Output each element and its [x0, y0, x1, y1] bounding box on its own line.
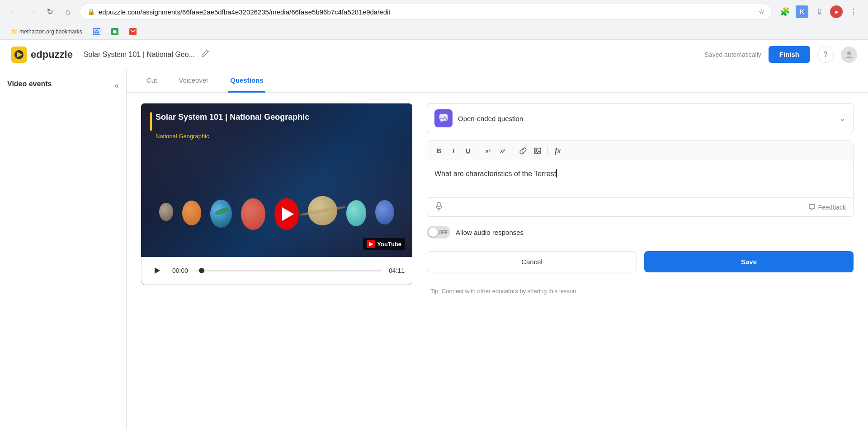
play-button[interactable]	[274, 198, 299, 230]
planet-earth	[210, 200, 232, 228]
logo-text: edpuzzle	[31, 49, 73, 61]
tab-questions[interactable]: Questions	[228, 69, 265, 93]
bookmark-icon-gmail	[129, 28, 137, 35]
bookmark-gmail[interactable]	[126, 27, 140, 36]
help-button[interactable]: ?	[817, 47, 834, 63]
time-current: 00:00	[172, 267, 188, 274]
bookmark-folder-icon: 📁	[11, 28, 18, 35]
text-cursor	[556, 169, 557, 178]
superscript-button[interactable]: x2	[482, 145, 495, 157]
feedback-button[interactable]: Feedback	[808, 204, 846, 211]
home-button[interactable]: ⌂	[61, 5, 74, 18]
cancel-button[interactable]: Cancel	[427, 251, 637, 272]
image-button[interactable]	[531, 145, 544, 157]
editor-footer: Feedback	[427, 197, 853, 216]
profile-icon-2[interactable]: ●	[830, 5, 843, 18]
action-buttons: Cancel Save	[427, 251, 854, 272]
downloads-button[interactable]: ⇓	[812, 5, 826, 19]
channel-text: National Geographic	[156, 133, 309, 140]
question-editor: Open-ended question ⌄ B I U x2 x2	[427, 103, 854, 420]
bookmark-email-1[interactable]	[90, 27, 104, 36]
svg-point-6	[847, 51, 851, 55]
toolbar-divider-1	[478, 146, 478, 155]
user-avatar[interactable]	[841, 47, 857, 63]
url-text: edpuzzle.com/assignments/66faae2ae5dfba4…	[99, 8, 755, 16]
microphone-button[interactable]	[434, 201, 443, 213]
planet-blue	[375, 200, 394, 224]
logo-area: edpuzzle	[11, 47, 73, 63]
video-play-button[interactable]	[149, 262, 165, 279]
svg-point-12	[536, 150, 537, 151]
collapse-sidebar-button[interactable]: «	[114, 81, 119, 90]
earth-landmass	[214, 206, 229, 216]
question-type-selector[interactable]: Open-ended question ⌄	[427, 103, 854, 133]
video-editor-area: Solar System 101 | National Geographic N…	[127, 93, 868, 430]
link-button[interactable]	[517, 145, 529, 157]
bottom-hint-text: Tip: Connect with other educators by sha…	[427, 284, 580, 298]
editor-toolbar: B I U x2 x2	[427, 141, 853, 161]
bookmark-icon-email-1	[93, 28, 100, 35]
finish-button[interactable]: Finish	[769, 46, 810, 63]
browser-toolbar: ← → ↻ ⌂ 🔒 edpuzzle.com/assignments/66faa…	[0, 0, 868, 23]
toggle-knob	[429, 228, 438, 237]
extensions-button[interactable]: 🧩	[778, 5, 792, 19]
address-bar[interactable]: 🔒 edpuzzle.com/assignments/66faae2ae5dfb…	[80, 4, 772, 20]
underline-button[interactable]: U	[462, 145, 474, 157]
bookmark-methacton-label: methacton.org bookmarks	[19, 28, 82, 35]
reload-button[interactable]: ↻	[43, 5, 56, 18]
subscript-button[interactable]: x2	[496, 145, 509, 157]
progress-bar[interactable]	[195, 270, 382, 271]
profile-icon-1[interactable]: K	[796, 5, 808, 18]
planet-mercury	[159, 203, 173, 221]
menu-button[interactable]: ⋮	[846, 5, 861, 19]
audio-toggle-label: Allow audio responses	[456, 229, 524, 236]
youtube-logo: ▶ YouTube	[363, 238, 405, 250]
channel-bar	[150, 112, 152, 131]
bottom-hint-area: Tip: Connect with other educators by sha…	[427, 287, 854, 295]
bookmark-google[interactable]	[108, 27, 122, 36]
yt-icon: ▶	[367, 240, 375, 248]
youtube-text: YouTube	[377, 241, 401, 248]
edpuzzle-logo-icon	[11, 47, 27, 63]
tabs-bar: Cut Voiceover Questions	[127, 69, 868, 93]
editor-content[interactable]: What are characteristics of the Terrest	[427, 161, 853, 197]
doc-title: Solar System 101 | National Geo...	[84, 51, 195, 59]
planets-area	[141, 196, 412, 230]
video-title-overlay: Solar System 101 | National Geographic N…	[150, 112, 309, 140]
svg-rect-13	[438, 202, 440, 207]
saved-text: Saved automatically	[705, 51, 761, 58]
doc-title-area: Solar System 101 | National Geo...	[84, 47, 705, 61]
back-button[interactable]: ←	[7, 5, 20, 18]
save-button[interactable]: Save	[644, 251, 854, 272]
browser-chrome: ← → ↻ ⌂ 🔒 edpuzzle.com/assignments/66faa…	[0, 0, 868, 40]
edit-title-button[interactable]	[199, 47, 211, 61]
audio-toggle-row: OFF Allow audio responses	[427, 224, 854, 240]
tab-cut[interactable]: Cut	[145, 69, 159, 93]
question-text: What are characteristics of the Terrest	[434, 170, 556, 178]
sidebar-title: Video events	[7, 80, 52, 88]
svg-marker-7	[155, 267, 160, 274]
header-actions: Saved automatically Finish ?	[705, 46, 857, 63]
toggle-off-label: OFF	[439, 230, 448, 235]
audio-toggle[interactable]: OFF	[427, 226, 450, 238]
toolbar-divider-3	[547, 146, 548, 155]
bold-button[interactable]: B	[433, 145, 445, 157]
sidebar: Video events «	[0, 69, 127, 430]
bookmark-icon-google	[111, 28, 118, 35]
time-total: 04:11	[389, 267, 405, 274]
svg-rect-0	[94, 29, 99, 34]
forward-button[interactable]: →	[25, 5, 38, 18]
toolbar-divider-2	[513, 146, 513, 155]
video-title-text: Solar System 101 | National Geographic	[156, 112, 309, 122]
planet-mars	[182, 201, 201, 225]
fx-button[interactable]: fx	[552, 145, 564, 157]
bookmark-methacton[interactable]: 📁 methacton.org bookmarks	[7, 28, 86, 36]
star-icon[interactable]: ☆	[759, 8, 764, 15]
lock-icon: 🔒	[87, 8, 95, 15]
svg-rect-9	[440, 121, 443, 122]
dropdown-arrow-icon[interactable]: ⌄	[839, 113, 846, 123]
italic-button[interactable]: I	[447, 145, 460, 157]
tab-voiceover[interactable]: Voiceover	[177, 69, 210, 93]
question-mark-icon: ?	[824, 51, 828, 59]
planet-teal	[346, 200, 367, 226]
